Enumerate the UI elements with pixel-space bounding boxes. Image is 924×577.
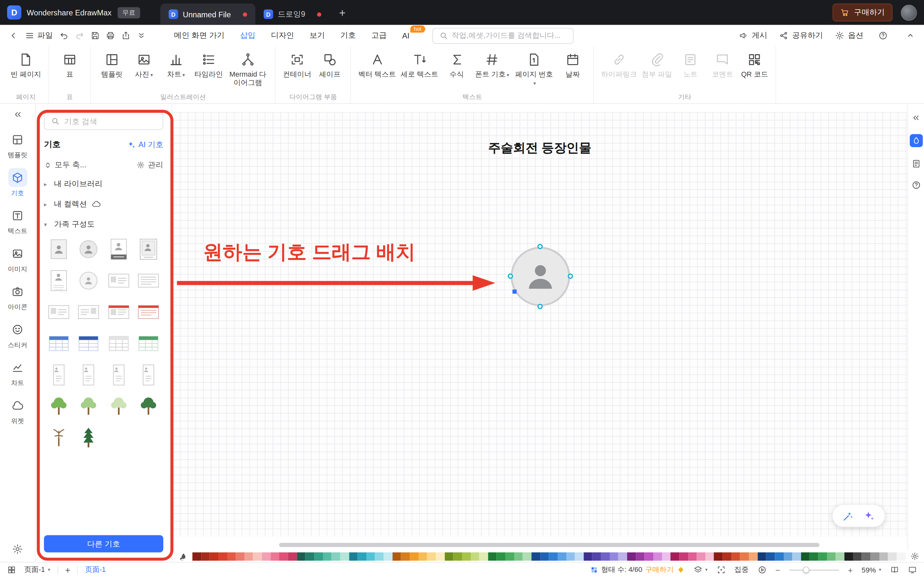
color-swatch[interactable] [358,552,367,560]
color-swatch[interactable] [497,552,505,560]
rail-sticker[interactable]: 스티커 [8,320,27,350]
color-swatch[interactable] [714,552,723,560]
person-symbol[interactable] [511,247,570,306]
color-swatch[interactable] [705,552,714,560]
layers-button[interactable]: ▾ [693,566,708,574]
color-swatch[interactable] [653,552,662,560]
symbol-person-card-label[interactable] [103,237,134,262]
color-swatch[interactable] [566,552,575,560]
active-page-tab[interactable]: 页面-1 [86,565,106,575]
color-swatch[interactable] [531,552,540,560]
rail-camera[interactable]: 아이콘 [8,282,27,311]
rail-image[interactable]: 이미지 [8,244,27,274]
selected-symbol[interactable] [511,247,570,306]
color-swatch[interactable] [758,552,766,560]
color-swatch[interactable] [314,552,323,560]
color-swatch[interactable] [427,552,436,560]
color-swatch[interactable] [801,552,810,560]
ribbon-font-symbol[interactable]: 폰트 기호▾ [475,52,509,79]
symbol-search-input[interactable] [64,117,157,126]
color-swatch[interactable] [297,552,305,560]
tree-item[interactable]: ▸내 컬렉션 [44,194,163,214]
color-swatch[interactable] [549,552,557,560]
file-tab[interactable]: D드로잉9 [255,3,330,25]
ribbon-date[interactable]: 날짜 [559,52,586,79]
symbol-id-badge-2[interactable] [74,363,103,388]
color-swatch[interactable] [871,552,879,560]
color-swatch[interactable] [853,552,862,560]
ribbon-template[interactable]: 템플릿 [98,52,126,79]
color-swatch[interactable] [375,552,384,560]
color-swatch[interactable] [262,552,270,560]
ai-sparkles-icon[interactable] [863,510,875,522]
color-swatch[interactable] [288,552,297,560]
resize-handle-left[interactable] [508,274,513,279]
color-swatch[interactable] [749,552,758,560]
ribbon-container[interactable]: 컨테이너 [283,52,312,79]
color-swatch[interactable] [445,552,453,560]
color-swatch[interactable] [505,552,514,560]
color-swatch[interactable] [601,552,610,560]
global-search[interactable] [432,27,573,44]
color-swatch[interactable] [367,552,375,560]
color-swatch[interactable] [340,552,349,560]
symbol-tree-round-light[interactable] [74,394,103,419]
page-selector[interactable]: 页面-1 ▾ [24,565,50,575]
color-swatch[interactable] [645,552,653,560]
rail-text[interactable]: 텍스트 [8,206,27,235]
color-swatch[interactable] [523,552,531,560]
color-swatch[interactable] [583,552,592,560]
symbol-tree-round[interactable] [44,394,74,419]
color-swatch[interactable] [227,552,236,560]
manage-button[interactable]: 관리 [137,160,163,170]
menu-item[interactable]: 디자인 [271,30,294,41]
menubar-action[interactable]: 게시 [739,30,767,41]
color-swatch[interactable] [775,552,783,560]
menu-item[interactable]: 삽입 [240,30,255,41]
format-fill-icon[interactable] [909,134,923,147]
color-swatch[interactable] [557,552,566,560]
horizontal-scrollbar[interactable] [279,543,819,547]
color-swatch[interactable] [810,552,819,560]
color-swatch[interactable] [679,552,688,560]
rail-template-grid[interactable]: 템플릿 [8,130,27,160]
rail-symbol-cube[interactable]: 기호 [8,168,27,198]
print-icon[interactable] [103,29,118,43]
settings-gear-icon[interactable] [12,543,23,554]
ai-symbol-button[interactable]: AI 기호 [127,139,163,150]
more-symbols-button[interactable]: 다른 기호 [44,535,163,553]
ribbon-page-number[interactable]: 페이지 번호▾ [514,52,554,87]
pages-book-icon[interactable] [890,566,899,574]
color-swatch[interactable] [627,552,636,560]
symbol-tree-dark[interactable] [134,394,163,419]
palette-settings-icon[interactable] [910,552,919,561]
menu-item[interactable]: 고급 [371,30,387,41]
menu-item[interactable]: 보기 [310,30,325,41]
save-icon[interactable] [87,29,103,43]
symbol-person-card-frame[interactable] [134,237,163,262]
connection-point[interactable] [512,290,517,293]
color-swatch[interactable] [827,552,836,560]
zoom-level[interactable]: 59% ▾ [862,566,881,574]
focus-mode-button[interactable]: 집중 [734,565,748,575]
add-page-button[interactable]: + [65,565,70,575]
ribbon-formula[interactable]: 수식 [443,52,470,79]
color-swatch[interactable] [323,552,331,560]
color-swatch[interactable] [253,552,262,560]
color-swatch[interactable] [331,552,340,560]
color-swatch[interactable] [575,552,583,560]
color-swatch[interactable] [462,552,471,560]
resize-handle-right[interactable] [567,274,573,279]
color-swatch[interactable] [610,552,618,560]
symbol-tree-round-pale[interactable] [103,394,134,419]
color-swatch[interactable] [271,552,279,560]
color-swatch[interactable] [384,552,393,560]
tree-item[interactable]: ▸내 라이브러리 [44,174,163,194]
global-search-input[interactable] [452,31,567,40]
more-tools-icon[interactable] [134,29,149,43]
color-swatch[interactable] [540,552,549,560]
collapse-all-button[interactable]: 모두 축... [44,160,86,170]
fill-droplet-icon[interactable] [179,552,188,560]
color-swatch[interactable] [845,552,853,560]
color-swatch[interactable] [792,552,801,560]
